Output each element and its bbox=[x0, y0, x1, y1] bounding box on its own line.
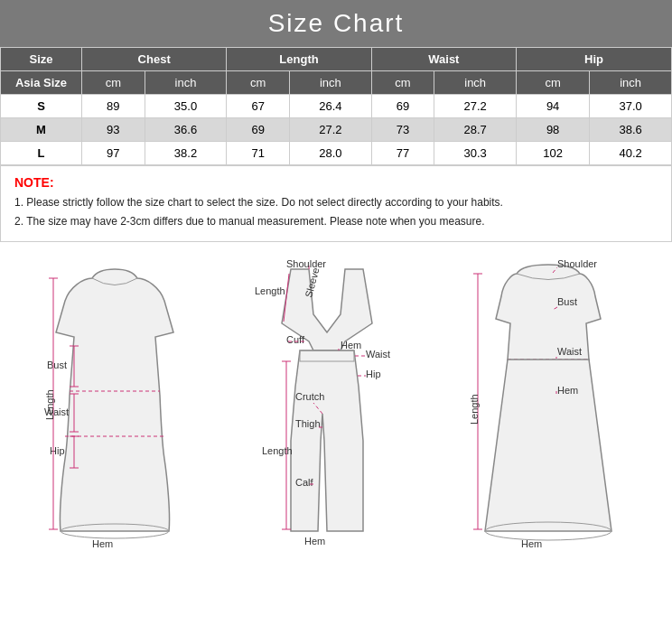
s-chest-inch: 35.0 bbox=[145, 95, 227, 118]
size-chart-container: Size Chart Size Chest Length Waist Hip A… bbox=[0, 0, 672, 549]
l-length-inch: 28.0 bbox=[289, 142, 371, 165]
l-length-cm: 71 bbox=[227, 142, 290, 165]
l-chest-inch: 38.2 bbox=[145, 142, 227, 165]
size-m: M bbox=[1, 118, 82, 142]
svg-text:Hem: Hem bbox=[557, 385, 578, 396]
diagram-inner: Bust Waist Hip Length Hem bbox=[0, 251, 672, 549]
svg-text:Waist: Waist bbox=[557, 346, 582, 357]
sub-length-cm: cm bbox=[227, 71, 290, 95]
col-hip: Hip bbox=[517, 48, 672, 71]
m-chest-cm: 93 bbox=[82, 118, 145, 142]
note-1: 1. Please strictly follow the size chart… bbox=[14, 194, 658, 210]
col-size: Size bbox=[1, 48, 82, 71]
svg-text:Calf: Calf bbox=[295, 477, 314, 488]
s-chest-cm: 89 bbox=[82, 95, 145, 118]
diagram-section: Bust Waist Hip Length Hem bbox=[0, 242, 672, 549]
l-chest-cm: 97 bbox=[82, 142, 145, 165]
svg-text:Bust: Bust bbox=[557, 296, 577, 307]
sub-waist-cm: cm bbox=[371, 71, 434, 95]
l-hip-cm: 102 bbox=[517, 142, 590, 165]
size-l: L bbox=[1, 142, 82, 165]
sub-chest-cm: cm bbox=[82, 71, 145, 95]
s-length-inch: 26.4 bbox=[289, 95, 371, 118]
size-table-wrapper: Size Chest Length Waist Hip Asia Size cm… bbox=[0, 47, 672, 165]
table-row-m: M 93 36.6 69 27.2 73 28.7 98 38.6 bbox=[1, 118, 672, 142]
sub-length-inch: inch bbox=[289, 71, 371, 95]
sub-hip-inch: inch bbox=[590, 71, 672, 95]
pants-diagram: Shoulder Length Sleeve Cuff Hem Waist Hi… bbox=[237, 260, 417, 549]
s-waist-cm: 69 bbox=[371, 95, 434, 118]
l-waist-inch: 30.3 bbox=[434, 142, 517, 165]
svg-text:Cuff: Cuff bbox=[286, 334, 305, 345]
s-hip-inch: 37.0 bbox=[590, 95, 672, 118]
l-waist-cm: 77 bbox=[371, 142, 434, 165]
skirt-diagram: Shoulder Bust Waist Hem Length Hem bbox=[467, 260, 630, 549]
m-waist-inch: 28.7 bbox=[434, 118, 517, 142]
svg-text:Length: Length bbox=[262, 445, 293, 456]
s-waist-inch: 27.2 bbox=[434, 95, 517, 118]
notes-section: NOTE: 1. Please strictly follow the size… bbox=[0, 165, 672, 242]
table-header-sub: Asia Size cm inch cm inch cm inch cm inc… bbox=[1, 71, 672, 95]
s-hip-cm: 94 bbox=[517, 95, 590, 118]
table-header-main: Size Chest Length Waist Hip bbox=[1, 48, 672, 71]
svg-text:Length: Length bbox=[255, 285, 285, 296]
svg-text:Hem: Hem bbox=[521, 538, 542, 549]
col-length: Length bbox=[227, 48, 371, 71]
svg-text:Hem: Hem bbox=[341, 340, 361, 350]
svg-text:Length: Length bbox=[469, 394, 480, 425]
chart-title: Size Chart bbox=[0, 9, 672, 38]
m-hip-cm: 98 bbox=[517, 118, 590, 142]
svg-text:Shoulder: Shoulder bbox=[557, 260, 597, 269]
s-length-cm: 67 bbox=[227, 95, 290, 118]
svg-text:Hip: Hip bbox=[50, 445, 65, 456]
svg-text:Hem: Hem bbox=[304, 536, 325, 546]
m-waist-cm: 73 bbox=[371, 118, 434, 142]
m-length-cm: 69 bbox=[227, 118, 290, 142]
col-waist: Waist bbox=[371, 48, 516, 71]
m-length-inch: 27.2 bbox=[289, 118, 371, 142]
table-row-s: S 89 35.0 67 26.4 69 27.2 94 37.0 bbox=[1, 95, 672, 118]
note-2: 2. The size may have 2-3cm differs due t… bbox=[14, 213, 658, 229]
sub-asia-size: Asia Size bbox=[1, 71, 82, 95]
m-chest-inch: 36.6 bbox=[145, 118, 227, 142]
table-row-l: L 97 38.2 71 28.0 77 30.3 102 40.2 bbox=[1, 142, 672, 165]
size-table: Size Chest Length Waist Hip Asia Size cm… bbox=[0, 47, 672, 165]
m-hip-inch: 38.6 bbox=[590, 118, 672, 142]
dress-diagram: Bust Waist Hip Length Hem bbox=[42, 260, 187, 549]
svg-text:Hem: Hem bbox=[92, 538, 113, 549]
svg-text:Length: Length bbox=[44, 389, 55, 420]
sub-waist-inch: inch bbox=[434, 71, 517, 95]
l-hip-inch: 40.2 bbox=[590, 142, 672, 165]
svg-text:Hip: Hip bbox=[366, 369, 381, 379]
svg-text:Shoulder: Shoulder bbox=[286, 260, 326, 269]
notes-title: NOTE: bbox=[14, 175, 658, 190]
col-chest: Chest bbox=[82, 48, 227, 71]
svg-text:Bust: Bust bbox=[47, 360, 67, 370]
svg-text:Waist: Waist bbox=[366, 349, 390, 360]
chart-header: Size Chart bbox=[0, 0, 672, 47]
sub-hip-cm: cm bbox=[517, 71, 590, 95]
svg-text:Thigh: Thigh bbox=[295, 418, 321, 429]
sub-chest-inch: inch bbox=[145, 71, 227, 95]
size-s: S bbox=[1, 95, 82, 118]
svg-text:Crutch: Crutch bbox=[295, 391, 324, 402]
